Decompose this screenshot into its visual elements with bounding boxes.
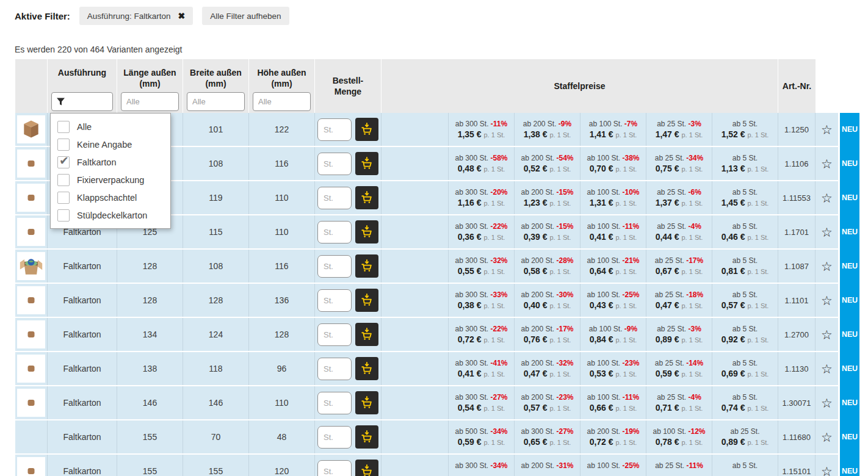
favorite-star-icon[interactable]: ☆: [821, 465, 833, 476]
tier-price-suffix: p. 1 St.: [483, 268, 505, 275]
favorite-star-icon[interactable]: ☆: [821, 260, 833, 273]
option-checkbox[interactable]: ✔: [57, 156, 70, 168]
product-thumbnail[interactable]: [17, 389, 45, 417]
price-spacer-cell: [382, 386, 449, 419]
tier-quantity: ab 300 St.: [455, 393, 488, 402]
quantity-input[interactable]: [317, 118, 352, 141]
favorite-star-icon[interactable]: ☆: [821, 157, 833, 170]
dropdown-option[interactable]: ✔ Fixierverpackung: [51, 171, 170, 189]
product-thumbnail[interactable]: [17, 320, 45, 348]
cell-hoehe: 96: [249, 352, 315, 385]
product-thumbnail[interactable]: [17, 286, 45, 314]
price-tier: ab 300 St. -33% 0,38 € p. 1 St.: [449, 284, 515, 317]
product-thumbnail[interactable]: [17, 115, 45, 143]
filter-chip-ausfuehrung[interactable]: Ausführung: Faltkarton ✖: [79, 7, 193, 25]
tier-discount: -11%: [623, 393, 639, 402]
laenge-filter-input[interactable]: [121, 92, 179, 111]
quantity-input[interactable]: [317, 289, 352, 312]
tier-price-suffix: p. 1 St.: [549, 131, 571, 139]
favorite-star-icon[interactable]: ☆: [821, 294, 833, 307]
dropdown-option[interactable]: ✔ Stülpdeckelkarton: [51, 206, 170, 224]
tier-price: 1,52 €: [722, 129, 745, 139]
tier-price-suffix: p. 1 St.: [681, 370, 703, 378]
cell-laenge: 138: [117, 352, 183, 385]
price-tier: ab 25 St. -34% 0,75 € p. 1 St.: [646, 147, 712, 180]
tier-discount: -9%: [559, 120, 571, 128]
quantity-input[interactable]: [317, 153, 352, 175]
breite-filter-input[interactable]: [187, 92, 245, 111]
quantity-input[interactable]: [317, 187, 352, 209]
tier-discount: -19%: [623, 427, 640, 436]
favorite-star-icon[interactable]: ☆: [821, 328, 833, 341]
price-spacer-cell: [382, 147, 449, 180]
remove-filter-icon[interactable]: ✖: [178, 11, 185, 21]
product-thumbnail[interactable]: [17, 218, 45, 246]
tier-price-suffix: p. 1 St.: [681, 439, 703, 446]
price-tier: ab 100 St. -12% 0,78 € p. 1 St.: [646, 420, 712, 453]
add-to-cart-button[interactable]: [355, 357, 378, 380]
dropdown-option[interactable]: ✔ Keine Angabe: [51, 135, 170, 153]
dropdown-option[interactable]: ✔ Faltkarton: [51, 153, 170, 171]
small-box-image: [27, 398, 35, 407]
favorite-star-icon[interactable]: ☆: [821, 397, 833, 409]
add-to-cart-button[interactable]: [355, 220, 378, 243]
product-thumbnail[interactable]: [17, 150, 45, 178]
add-to-cart-button[interactable]: [355, 391, 378, 414]
favorite-star-icon[interactable]: ☆: [821, 192, 833, 204]
tier-discount: -10%: [623, 188, 640, 197]
tier-quantity: ab 25 St.: [730, 427, 759, 436]
tier-price: 0,41 €: [590, 232, 613, 242]
price-tier: ab 100 St. -7% 1,41 € p. 1 St.: [580, 113, 646, 146]
quantity-input[interactable]: [317, 323, 352, 346]
dropdown-option[interactable]: ✔ Alle: [51, 118, 170, 135]
tier-price: 1,35 €: [458, 129, 482, 139]
quantity-input[interactable]: [317, 358, 352, 380]
favorite-star-icon[interactable]: ☆: [821, 123, 833, 136]
product-thumbnail[interactable]: [17, 252, 45, 280]
product-thumbnail[interactable]: [17, 457, 45, 476]
option-checkbox[interactable]: ✔: [57, 192, 70, 204]
tier-price-suffix: p. 1 St.: [747, 302, 769, 309]
cell-breite: 146: [183, 386, 249, 419]
add-to-cart-button[interactable]: [355, 425, 378, 449]
tier-price-suffix: p. 1 St.: [549, 439, 571, 446]
cart-arrow-down-icon: [360, 464, 374, 476]
add-to-cart-button[interactable]: [355, 118, 378, 141]
quantity-input[interactable]: [317, 255, 352, 278]
ausfuehrung-filter-input[interactable]: [51, 92, 113, 111]
add-to-cart-button[interactable]: [355, 323, 378, 346]
cell-laenge: 134: [117, 318, 183, 351]
tier-quantity: ab 5 St.: [732, 461, 758, 470]
option-checkbox[interactable]: ✔: [57, 209, 70, 222]
tier-quantity: ab 300 St.: [455, 256, 488, 265]
option-checkbox[interactable]: ✔: [57, 121, 70, 133]
header-hoehe-unit: (mm): [271, 79, 292, 88]
favorite-star-icon[interactable]: ☆: [821, 362, 833, 375]
price-tier: ab 100 St. -11% 0,41 € p. 1 St.: [580, 215, 646, 248]
dropdown-option[interactable]: ✔ Klappschachtel: [51, 189, 170, 206]
add-to-cart-button[interactable]: [355, 152, 378, 175]
quantity-input[interactable]: [317, 392, 352, 414]
add-to-cart-button[interactable]: [355, 289, 378, 312]
favorite-star-icon[interactable]: ☆: [821, 226, 833, 239]
tier-price-suffix: p. 1 St.: [747, 405, 769, 412]
small-box-image: [27, 296, 35, 305]
tier-discount: -17%: [557, 325, 574, 333]
quantity-input[interactable]: [317, 426, 352, 449]
price-tier: ab 200 St. -31% p. 1 St.: [515, 455, 580, 476]
quantity-input[interactable]: [317, 460, 352, 476]
favorite-star-icon[interactable]: ☆: [821, 431, 833, 444]
header-ausfuehrung: Ausführung: [48, 59, 117, 113]
price-tier: ab 100 St. -9% 0,84 € p. 1 St.: [580, 318, 646, 351]
option-checkbox[interactable]: ✔: [57, 139, 70, 151]
add-to-cart-button[interactable]: [355, 460, 378, 476]
tier-quantity: ab 25 St.: [655, 290, 684, 299]
quantity-input[interactable]: [317, 221, 352, 243]
add-to-cart-button[interactable]: [355, 254, 378, 278]
product-thumbnail[interactable]: [17, 184, 45, 212]
clear-all-filters-button[interactable]: Alle Filter aufheben: [202, 7, 289, 25]
hoehe-filter-input[interactable]: [253, 92, 311, 111]
option-checkbox[interactable]: ✔: [57, 174, 70, 186]
product-thumbnail[interactable]: [17, 355, 45, 383]
add-to-cart-button[interactable]: [355, 186, 378, 209]
